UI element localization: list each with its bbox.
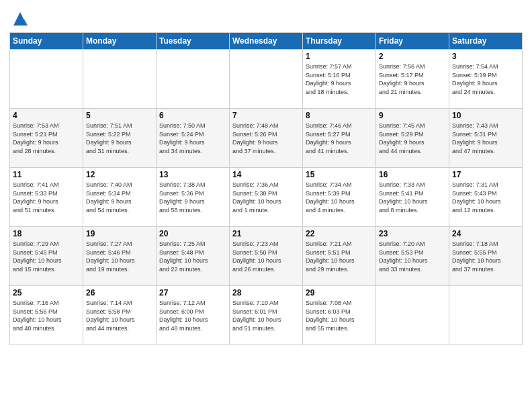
- day-number: 17: [452, 170, 519, 179]
- day-header-sunday: Sunday: [10, 33, 83, 50]
- day-number: 26: [86, 288, 153, 298]
- day-info: Sunrise: 7:40 AM Sunset: 5:34 PM Dayligh…: [86, 181, 153, 214]
- day-info: Sunrise: 7:34 AM Sunset: 5:39 PM Dayligh…: [306, 181, 373, 214]
- calendar-cell: 6Sunrise: 7:50 AM Sunset: 5:24 PM Daylig…: [157, 109, 230, 168]
- calendar-cell: [449, 286, 523, 345]
- calendar-cell: 2Sunrise: 7:56 AM Sunset: 5:17 PM Daylig…: [376, 50, 449, 109]
- calendar-cell: [83, 50, 157, 109]
- day-number: 20: [159, 229, 226, 238]
- day-info: Sunrise: 7:27 AM Sunset: 5:46 PM Dayligh…: [86, 240, 153, 273]
- day-number: 25: [13, 288, 80, 298]
- calendar-cell: 7Sunrise: 7:48 AM Sunset: 5:26 PM Daylig…: [230, 109, 303, 168]
- calendar-cell: 23Sunrise: 7:20 AM Sunset: 5:53 PM Dayli…: [376, 227, 449, 286]
- calendar-cell: 26Sunrise: 7:14 AM Sunset: 5:58 PM Dayli…: [83, 286, 157, 345]
- day-number: 4: [13, 111, 80, 120]
- day-number: 12: [86, 170, 153, 179]
- calendar-cell: 20Sunrise: 7:25 AM Sunset: 5:48 PM Dayli…: [157, 227, 230, 286]
- day-info: Sunrise: 7:48 AM Sunset: 5:26 PM Dayligh…: [232, 122, 300, 155]
- day-number: 18: [13, 229, 80, 238]
- calendar-cell: [230, 50, 303, 109]
- calendar-cell: 19Sunrise: 7:27 AM Sunset: 5:46 PM Dayli…: [83, 227, 157, 286]
- day-number: 28: [232, 288, 300, 298]
- day-number: 21: [232, 229, 300, 238]
- day-header-tuesday: Tuesday: [157, 33, 230, 50]
- day-number: 9: [379, 111, 446, 120]
- day-info: Sunrise: 7:21 AM Sunset: 5:51 PM Dayligh…: [306, 240, 373, 273]
- calendar-cell: 1Sunrise: 7:57 AM Sunset: 5:16 PM Daylig…: [303, 50, 376, 109]
- calendar-cell: 8Sunrise: 7:46 AM Sunset: 5:27 PM Daylig…: [303, 109, 376, 168]
- day-number: 24: [452, 229, 519, 238]
- calendar-cell: 27Sunrise: 7:12 AM Sunset: 6:00 PM Dayli…: [157, 286, 230, 345]
- day-info: Sunrise: 7:36 AM Sunset: 5:38 PM Dayligh…: [232, 181, 300, 214]
- day-info: Sunrise: 7:57 AM Sunset: 5:16 PM Dayligh…: [306, 62, 373, 96]
- day-number: 16: [379, 170, 446, 179]
- calendar-cell: 11Sunrise: 7:41 AM Sunset: 5:33 PM Dayli…: [10, 168, 83, 227]
- day-header-saturday: Saturday: [449, 33, 523, 50]
- logo: [9, 9, 30, 28]
- day-info: Sunrise: 7:51 AM Sunset: 5:22 PM Dayligh…: [86, 122, 153, 155]
- day-number: 22: [306, 229, 373, 238]
- day-header-thursday: Thursday: [303, 33, 376, 50]
- calendar-cell: 22Sunrise: 7:21 AM Sunset: 5:51 PM Dayli…: [303, 227, 376, 286]
- day-number: 19: [86, 229, 153, 238]
- day-header-friday: Friday: [376, 33, 449, 50]
- day-number: 10: [452, 111, 519, 120]
- day-info: Sunrise: 7:25 AM Sunset: 5:48 PM Dayligh…: [159, 240, 226, 273]
- day-info: Sunrise: 7:10 AM Sunset: 6:01 PM Dayligh…: [232, 299, 300, 332]
- calendar-cell: 18Sunrise: 7:29 AM Sunset: 5:45 PM Dayli…: [10, 227, 83, 286]
- calendar-cell: 15Sunrise: 7:34 AM Sunset: 5:39 PM Dayli…: [303, 168, 376, 227]
- logo-icon: [11, 9, 30, 28]
- calendar-cell: [10, 50, 83, 109]
- day-number: 11: [13, 170, 80, 179]
- calendar-week-row: 4Sunrise: 7:53 AM Sunset: 5:21 PM Daylig…: [10, 109, 523, 168]
- calendar-cell: 13Sunrise: 7:38 AM Sunset: 5:36 PM Dayli…: [157, 168, 230, 227]
- calendar-cell: 16Sunrise: 7:33 AM Sunset: 5:41 PM Dayli…: [376, 168, 449, 227]
- calendar-header-row: SundayMondayTuesdayWednesdayThursdayFrid…: [10, 33, 523, 50]
- day-info: Sunrise: 7:53 AM Sunset: 5:21 PM Dayligh…: [13, 122, 80, 155]
- day-info: Sunrise: 7:41 AM Sunset: 5:33 PM Dayligh…: [13, 181, 80, 214]
- page-header: [9, 7, 523, 28]
- day-info: Sunrise: 7:43 AM Sunset: 5:31 PM Dayligh…: [452, 122, 519, 155]
- day-number: 7: [232, 111, 300, 120]
- day-info: Sunrise: 7:23 AM Sunset: 5:50 PM Dayligh…: [232, 240, 300, 273]
- day-header-monday: Monday: [83, 33, 157, 50]
- day-number: 23: [379, 229, 446, 238]
- day-number: 3: [452, 52, 519, 61]
- calendar-cell: 9Sunrise: 7:45 AM Sunset: 5:29 PM Daylig…: [376, 109, 449, 168]
- day-info: Sunrise: 7:18 AM Sunset: 5:55 PM Dayligh…: [452, 240, 519, 273]
- day-number: 13: [159, 170, 226, 179]
- calendar-week-row: 18Sunrise: 7:29 AM Sunset: 5:45 PM Dayli…: [10, 227, 523, 286]
- day-info: Sunrise: 7:16 AM Sunset: 5:56 PM Dayligh…: [13, 299, 80, 332]
- day-info: Sunrise: 7:29 AM Sunset: 5:45 PM Dayligh…: [13, 240, 80, 273]
- day-info: Sunrise: 7:50 AM Sunset: 5:24 PM Dayligh…: [159, 122, 226, 155]
- calendar-cell: 14Sunrise: 7:36 AM Sunset: 5:38 PM Dayli…: [230, 168, 303, 227]
- day-number: 15: [306, 170, 373, 179]
- calendar-week-row: 11Sunrise: 7:41 AM Sunset: 5:33 PM Dayli…: [10, 168, 523, 227]
- day-info: Sunrise: 7:20 AM Sunset: 5:53 PM Dayligh…: [379, 240, 446, 273]
- day-info: Sunrise: 7:33 AM Sunset: 5:41 PM Dayligh…: [379, 181, 446, 214]
- day-info: Sunrise: 7:54 AM Sunset: 5:19 PM Dayligh…: [452, 62, 519, 96]
- calendar-cell: 28Sunrise: 7:10 AM Sunset: 6:01 PM Dayli…: [230, 286, 303, 345]
- day-info: Sunrise: 7:31 AM Sunset: 5:43 PM Dayligh…: [452, 181, 519, 214]
- day-info: Sunrise: 7:08 AM Sunset: 6:03 PM Dayligh…: [306, 299, 373, 332]
- day-number: 8: [306, 111, 373, 120]
- day-number: 27: [159, 288, 226, 298]
- day-info: Sunrise: 7:14 AM Sunset: 5:58 PM Dayligh…: [86, 299, 153, 332]
- calendar-week-row: 1Sunrise: 7:57 AM Sunset: 5:16 PM Daylig…: [10, 50, 523, 109]
- day-header-wednesday: Wednesday: [230, 33, 303, 50]
- calendar-cell: 4Sunrise: 7:53 AM Sunset: 5:21 PM Daylig…: [10, 109, 83, 168]
- calendar-cell: 21Sunrise: 7:23 AM Sunset: 5:50 PM Dayli…: [230, 227, 303, 286]
- day-number: 6: [159, 111, 226, 120]
- day-number: 2: [379, 52, 446, 61]
- day-number: 5: [86, 111, 153, 120]
- calendar-cell: 12Sunrise: 7:40 AM Sunset: 5:34 PM Dayli…: [83, 168, 157, 227]
- day-info: Sunrise: 7:38 AM Sunset: 5:36 PM Dayligh…: [159, 181, 226, 214]
- calendar-cell: 3Sunrise: 7:54 AM Sunset: 5:19 PM Daylig…: [449, 50, 523, 109]
- day-number: 29: [306, 288, 373, 298]
- day-info: Sunrise: 7:46 AM Sunset: 5:27 PM Dayligh…: [306, 122, 373, 155]
- calendar-cell: 29Sunrise: 7:08 AM Sunset: 6:03 PM Dayli…: [303, 286, 376, 345]
- calendar-cell: 25Sunrise: 7:16 AM Sunset: 5:56 PM Dayli…: [10, 286, 83, 345]
- calendar-cell: 10Sunrise: 7:43 AM Sunset: 5:31 PM Dayli…: [449, 109, 523, 168]
- day-info: Sunrise: 7:56 AM Sunset: 5:17 PM Dayligh…: [379, 62, 446, 96]
- calendar-cell: [157, 50, 230, 109]
